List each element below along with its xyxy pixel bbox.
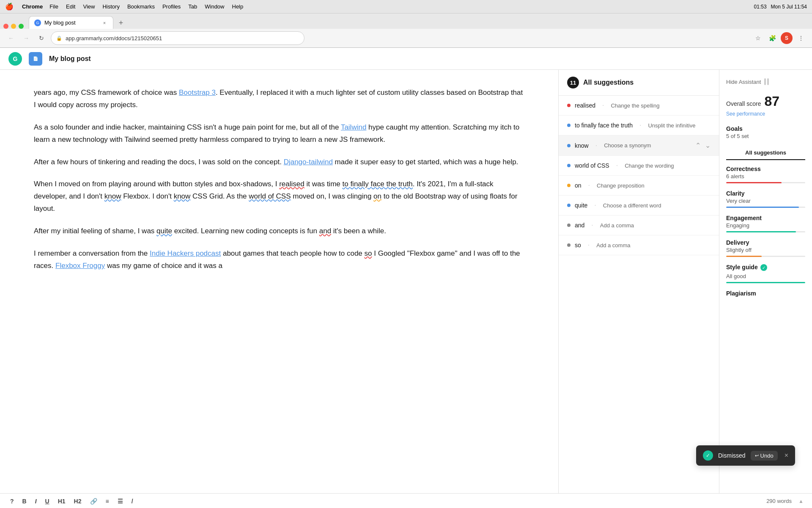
style-guide-value: All good	[726, 273, 805, 279]
see-performance-link[interactable]: See performance	[726, 111, 805, 117]
plagiarism-label: Plagiarism	[726, 290, 805, 297]
bold-btn[interactable]: B	[21, 497, 28, 505]
bookmark-star-btn[interactable]: ☆	[752, 32, 764, 44]
extensions-btn[interactable]: 🧩	[766, 32, 778, 44]
editor-content[interactable]: years ago, my CSS framework of choice wa…	[34, 87, 524, 272]
apple-menu[interactable]: 🍎	[5, 3, 14, 11]
engagement-bar	[726, 231, 805, 232]
score-row: Overall score 87	[726, 94, 805, 109]
help-btn[interactable]: ?	[8, 497, 16, 505]
refresh-btn[interactable]: ↻	[36, 32, 47, 44]
editor-paragraph-1[interactable]: years ago, my CSS framework of choice wa…	[34, 87, 524, 111]
overall-score-section: Overall score 87 See performance	[726, 94, 805, 117]
back-btn[interactable]: ←	[5, 32, 17, 44]
engagement-section[interactable]: Engagement Engaging	[726, 215, 805, 232]
django-tailwind-link[interactable]: Django-tailwind	[284, 158, 333, 166]
browser-tab-active[interactable]: G My blog post ×	[29, 16, 113, 29]
suggestion-dot-blue-4	[567, 204, 571, 207]
menu-file[interactable]: File	[49, 3, 58, 10]
browser-toolbar-right: ☆ 🧩 S ⋮	[752, 32, 807, 44]
editor-paragraph-2[interactable]: As a solo founder and indie hacker, main…	[34, 121, 524, 146]
minimize-window-btn[interactable]	[11, 24, 16, 29]
suggestions-count: 11	[567, 77, 579, 88]
link-btn[interactable]: 🔗	[88, 497, 99, 505]
suggestions-title: All suggestions	[583, 79, 634, 86]
word-count-chevron[interactable]: ▲	[798, 498, 804, 504]
suggestion-item-so[interactable]: so · Add a comma	[559, 235, 719, 255]
editor-paragraph-3[interactable]: After a few hours of tinkering and readi…	[34, 156, 524, 168]
suggestion-item-world-css[interactable]: world of CSS · Change the wording	[559, 156, 719, 176]
suggestion-word-and: and	[575, 222, 584, 229]
suggestion-item-know[interactable]: know · Choose a synonym ⌃ ⌄	[559, 135, 719, 156]
style-guide-bar-fill	[726, 282, 805, 283]
tailwind-link[interactable]: Tailwind	[341, 123, 366, 131]
menu-help[interactable]: Help	[232, 3, 244, 10]
menu-window[interactable]: Window	[205, 3, 224, 10]
suggestion-item-infinitive[interactable]: to finally face the truth · Unsplit the …	[559, 116, 719, 135]
indie-hackers-link[interactable]: Indie Hackers podcast	[150, 249, 221, 257]
suggestion-action-comma-and: Add a comma	[600, 222, 634, 229]
editor-paragraph-5[interactable]: After my initial feeling of shame, I was…	[34, 225, 524, 237]
slash-cmd-btn[interactable]: /	[130, 497, 135, 505]
new-tab-btn[interactable]: +	[115, 17, 127, 29]
editor-area[interactable]: years ago, my CSS framework of choice wa…	[0, 70, 558, 493]
suggestion-item-on[interactable]: on · Change preposition	[559, 176, 719, 196]
score-label: Overall score	[726, 100, 761, 107]
h2-btn[interactable]: H2	[72, 497, 83, 505]
suggestion-item-and[interactable]: and · Add a comma	[559, 215, 719, 235]
to-finally-highlight: to finally face the truth	[343, 180, 413, 188]
flexbox-froggy-link[interactable]: Flexbox Froggy	[55, 262, 105, 270]
undo-btn[interactable]: ↩ Undo	[751, 451, 778, 461]
clarity-section[interactable]: Clarity Very clear	[726, 190, 805, 208]
correctness-bar	[726, 182, 805, 183]
suggestion-action-comma-so: Add a comma	[596, 242, 630, 248]
suggestion-chevron-down[interactable]: ⌄	[705, 141, 710, 149]
suggestion-word-know: know	[575, 142, 589, 149]
suggestion-chevron-up[interactable]: ⌃	[695, 141, 701, 149]
plagiarism-section[interactable]: Plagiarism	[726, 290, 805, 297]
clarity-bar-fill	[726, 207, 799, 208]
menu-profiles[interactable]: Profiles	[162, 3, 181, 10]
unordered-list-btn[interactable]: ☰	[116, 497, 125, 505]
address-input[interactable]: 🔒 app.grammarly.com/ddocs/1215020651	[51, 31, 304, 45]
app-name[interactable]: Chrome	[22, 3, 43, 10]
suggestion-dot-gray-2	[567, 243, 571, 247]
forward-btn[interactable]: →	[20, 32, 32, 44]
toast-close-btn[interactable]: ×	[785, 452, 788, 459]
close-window-btn[interactable]	[3, 24, 8, 29]
delivery-section[interactable]: Delivery Slightly off	[726, 239, 805, 257]
dismissed-toast: ✓ Dismissed ↩ Undo ×	[696, 445, 795, 466]
maximize-window-btn[interactable]	[19, 24, 24, 29]
suggestion-word-realised: realised	[575, 102, 595, 109]
hide-assistant-btn[interactable]: Hide Assistant	[726, 78, 805, 85]
editor-paragraph-6[interactable]: I remember a conversation from the Indie…	[34, 248, 524, 272]
menubar-right: 01:53 Mon 5 Jul 11:54	[754, 4, 807, 10]
tab-all-suggestions[interactable]: All suggestions	[726, 146, 805, 160]
bootstrap3-link[interactable]: Bootstrap 3	[179, 88, 216, 97]
suggestion-item-quite[interactable]: quite · Choose a different word	[559, 196, 719, 215]
hide-assistant-label: Hide Assistant	[726, 79, 761, 85]
menu-edit[interactable]: Edit	[66, 3, 75, 10]
goals-value: 5 of 5 set	[726, 133, 805, 139]
profile-avatar[interactable]: S	[781, 32, 793, 44]
correctness-section[interactable]: Correctness 6 alerts	[726, 160, 805, 183]
underline-btn[interactable]: U	[44, 497, 51, 505]
suggestion-word-so: so	[575, 242, 581, 248]
italic-btn[interactable]: I	[33, 497, 38, 505]
undo-label: Undo	[760, 453, 774, 459]
menu-history[interactable]: History	[102, 3, 119, 10]
h1-btn[interactable]: H1	[56, 497, 67, 505]
ordered-list-btn[interactable]: ≡	[104, 497, 111, 505]
suggestion-dot-blue-2	[567, 144, 571, 147]
editor-paragraph-4[interactable]: When I moved on from playing around with…	[34, 178, 524, 215]
undo-icon: ↩	[755, 453, 759, 458]
browser-menu-btn[interactable]: ⋮	[795, 32, 807, 44]
suggestion-action-different-word: Choose a different word	[603, 202, 661, 209]
style-guide-label: Style guide	[726, 264, 758, 271]
style-guide-section[interactable]: Style guide ✓ All good	[726, 264, 805, 283]
suggestion-item-realised[interactable]: realised · Change the spelling	[559, 96, 719, 116]
menu-view[interactable]: View	[83, 3, 95, 10]
menu-bookmarks[interactable]: Bookmarks	[127, 3, 155, 10]
tab-close-btn[interactable]: ×	[101, 19, 108, 26]
menu-tab[interactable]: Tab	[188, 3, 197, 10]
